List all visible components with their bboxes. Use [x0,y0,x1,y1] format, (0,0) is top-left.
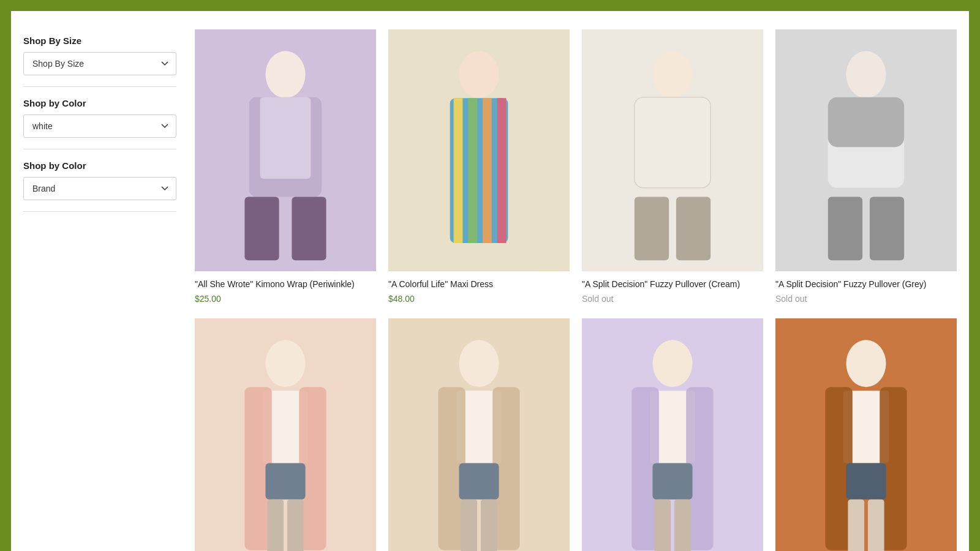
color-filter-label: Shop by Color [23,98,176,108]
svg-rect-24 [870,197,904,261]
svg-rect-11 [483,98,492,243]
product-card[interactable]: "All She Wrote" Kimono Wrap (Periwinkle)… [195,29,376,304]
color-filter-select[interactable]: white black blue red green pink grey bei… [23,114,176,138]
svg-point-26 [265,340,305,388]
divider-1 [23,86,176,87]
divider-3 [23,211,176,212]
svg-rect-22 [828,97,904,147]
svg-rect-12 [497,98,507,243]
product-card[interactable]: Kimono Wrap (Pink) $25.00 [195,318,376,551]
svg-point-1 [265,51,305,98]
svg-rect-4 [244,197,279,261]
svg-point-34 [459,340,499,388]
product-image-placeholder [195,29,376,271]
svg-rect-38 [459,463,499,500]
product-price: $25.00 [195,294,376,304]
product-price: $48.00 [388,294,570,304]
product-image [775,318,957,551]
product-image [388,29,570,271]
product-image [195,29,376,271]
svg-rect-3 [260,97,311,179]
svg-rect-30 [265,463,305,500]
color-filter-section: Shop by Color white black blue red green… [23,98,176,138]
product-image-placeholder [775,29,957,271]
svg-point-20 [846,51,886,98]
product-title: "A Colorful Life" Maxi Dress [388,279,570,291]
product-grid: "All She Wrote" Kimono Wrap (Periwinkle)… [195,29,957,551]
brand-filter-section: Shop by Color Brand Brand A Brand B Bran… [23,160,176,200]
product-title: "A Split Decision" Fuzzy Pullover (Grey) [775,279,957,291]
product-title: "All She Wrote" Kimono Wrap (Periwinkle) [195,279,376,291]
product-image-placeholder [388,29,570,271]
svg-point-14 [652,51,692,98]
product-sold-out: Sold out [775,294,957,304]
svg-rect-23 [828,197,862,261]
product-card[interactable]: Kimono Wrap (Rust) $25.00 [775,318,957,551]
product-image [582,318,763,551]
svg-rect-47 [654,500,671,551]
svg-rect-55 [848,500,864,551]
product-sold-out: Sold out [582,294,763,304]
product-image [582,29,763,271]
product-card[interactable]: Kimono Wrap (Beige) $25.00 [388,318,570,551]
svg-point-50 [846,340,886,388]
divider-2 [23,149,176,149]
product-card[interactable]: Kimono Wrap (Lavender) $25.00 [582,318,763,551]
main-container: Shop By Size Shop By Size XS S M L XL XX… [11,11,969,551]
svg-rect-18 [676,197,710,261]
product-card[interactable]: "A Split Decision" Fuzzy Pullover (Grey)… [775,29,957,304]
product-image-placeholder [582,29,763,271]
size-filter-label: Shop By Size [23,36,176,46]
product-card[interactable]: "A Colorful Life" Maxi Dress $48.00 [388,29,570,304]
product-image-placeholder [582,318,763,551]
product-image [775,29,957,271]
product-image [388,318,570,551]
product-card[interactable]: "A Split Decision" Fuzzy Pullover (Cream… [582,29,763,304]
svg-rect-48 [674,500,691,551]
svg-rect-5 [292,197,326,261]
svg-rect-40 [481,500,497,551]
svg-rect-32 [287,500,304,551]
product-image-placeholder [195,318,376,551]
svg-rect-10 [468,98,477,243]
product-image-placeholder [775,318,957,551]
svg-rect-15 [635,97,710,188]
svg-point-7 [459,51,499,98]
svg-rect-17 [635,197,669,261]
svg-rect-54 [846,463,886,500]
product-image-placeholder [388,318,570,551]
sidebar: Shop By Size Shop By Size XS S M L XL XX… [23,29,195,551]
svg-point-42 [652,340,692,388]
brand-filter-select[interactable]: Brand Brand A Brand B Brand C [23,177,176,200]
product-image [195,318,376,551]
svg-rect-56 [868,500,884,551]
brand-filter-label: Shop by Color [23,160,176,171]
svg-rect-39 [461,500,477,551]
svg-rect-31 [267,500,284,551]
svg-rect-46 [652,463,692,500]
size-filter-section: Shop By Size Shop By Size XS S M L XL XX… [23,36,176,75]
size-filter-select[interactable]: Shop By Size XS S M L XL XXL [23,52,176,75]
svg-rect-9 [454,98,463,243]
product-title: "A Split Decision" Fuzzy Pullover (Cream… [582,279,763,291]
